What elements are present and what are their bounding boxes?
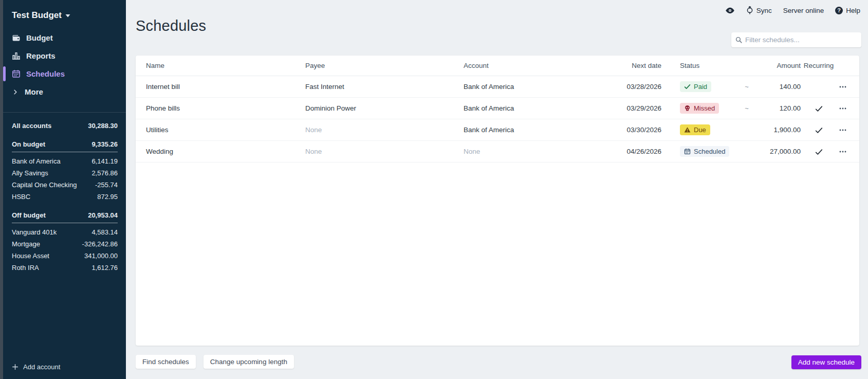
column-header-next-date[interactable]: Next date: [595, 62, 661, 69]
on-budget-header[interactable]: On budget 9,335.26: [12, 138, 118, 152]
schedule-status: Missed: [661, 103, 736, 114]
schedule-payee: None: [305, 126, 464, 134]
row-menu-button[interactable]: [839, 83, 847, 91]
account-row[interactable]: Ally Savings 2,576.86: [12, 167, 118, 179]
schedule-amount: 27,000.00: [757, 148, 801, 155]
off-budget-header[interactable]: Off budget 20,953.04: [12, 209, 118, 223]
account-balance: 872.95: [97, 193, 118, 201]
plus-icon: [12, 364, 19, 370]
column-header-recurring[interactable]: Recurring: [801, 62, 837, 69]
schedule-next-date: 03/30/2026: [595, 126, 661, 134]
schedule-status: Paid: [661, 81, 736, 92]
filter-schedules-input[interactable]: [745, 36, 857, 44]
find-schedules-button[interactable]: Find schedules: [136, 355, 196, 369]
bar-chart-icon: [12, 51, 21, 60]
account-row[interactable]: Bank of America 6,141.19: [12, 155, 118, 167]
account-group-balance: 20,953.04: [88, 211, 118, 219]
privacy-toggle-button[interactable]: [725, 7, 735, 14]
all-accounts-row[interactable]: All accounts 30,288.30: [12, 120, 118, 132]
account-label: Bank of America: [12, 157, 61, 165]
help-button[interactable]: ? Help: [835, 7, 860, 14]
schedule-row[interactable]: Internet bill Fast Internet Bank of Amer…: [136, 76, 859, 98]
schedule-payee: None: [305, 148, 464, 155]
account-balance: 1,612.76: [91, 264, 118, 272]
account-row[interactable]: House Asset 341,000.00: [12, 250, 118, 262]
row-menu-cell: [837, 148, 849, 156]
schedule-account: Bank of America: [464, 126, 595, 134]
sidebar-item-reports[interactable]: Reports: [3, 47, 126, 65]
account-group-label: Off budget: [12, 211, 46, 219]
chevron-right-icon: [12, 87, 19, 96]
sidebar-item-more[interactable]: More: [3, 83, 126, 101]
schedule-name: Phone bills: [146, 104, 305, 112]
account-balance: -326,242.86: [82, 240, 118, 248]
account-label: All accounts: [12, 122, 51, 130]
skull-icon: [684, 105, 691, 112]
main-content: Sync Server online ? Help Schedules Name…: [126, 0, 868, 379]
schedule-row[interactable]: Wedding None None 04/26/2026 Scheduled 2…: [136, 141, 859, 163]
schedule-amount: 140.00: [757, 83, 801, 91]
recurring-check-icon: [815, 105, 822, 112]
schedule-payee: Dominion Power: [305, 104, 464, 112]
column-header-amount[interactable]: Amount: [757, 62, 801, 69]
account-balance: 30,288.30: [88, 122, 118, 130]
account-row[interactable]: Mortgage -326,242.86: [12, 238, 118, 250]
column-header-payee[interactable]: Payee: [305, 62, 464, 69]
column-header-account[interactable]: Account: [464, 62, 595, 69]
recurring-check-icon: [815, 148, 822, 155]
add-new-schedule-button[interactable]: Add new schedule: [791, 355, 861, 369]
schedules-footer: Find schedules Change upcoming length: [136, 355, 868, 369]
add-account-label: Add account: [23, 363, 60, 371]
sidebar-item-schedules[interactable]: Schedules: [3, 65, 126, 83]
row-menu-button[interactable]: [839, 148, 847, 156]
account-label: Ally Savings: [12, 169, 48, 177]
schedule-status: Due: [661, 124, 736, 135]
topbar: Sync Server online ? Help: [126, 0, 868, 15]
schedule-recurring: [801, 148, 837, 155]
account-label: Roth IRA: [12, 264, 39, 272]
row-menu-cell: [837, 126, 849, 134]
sync-button[interactable]: Sync: [746, 6, 772, 14]
budget-switcher[interactable]: Test Budget: [3, 0, 126, 21]
sidebar-item-label: Schedules: [26, 69, 65, 78]
table-header: Name Payee Account Next date Status Amou…: [136, 56, 859, 76]
account-balance: 4,583.14: [91, 228, 118, 236]
status-label: Due: [694, 126, 706, 134]
caret-down-icon: [65, 14, 70, 17]
account-row[interactable]: Roth IRA 1,612.76: [12, 262, 118, 274]
schedule-name: Wedding: [146, 148, 305, 155]
add-account-button[interactable]: Add account: [3, 363, 126, 379]
schedule-amount: 120.00: [757, 104, 801, 112]
status-badge: Due: [680, 124, 710, 135]
schedule-name: Utilities: [146, 126, 305, 134]
sidebar-item-budget[interactable]: Budget: [3, 29, 126, 47]
row-menu-cell: [837, 83, 849, 91]
approx-indicator: ~: [736, 104, 757, 112]
change-upcoming-length-button[interactable]: Change upcoming length: [204, 355, 294, 369]
account-row[interactable]: Capital One Checking -255.74: [12, 179, 118, 191]
schedule-row[interactable]: Phone bills Dominion Power Bank of Ameri…: [136, 98, 859, 119]
schedule-next-date: 03/29/2026: [595, 104, 661, 112]
sync-icon: [746, 6, 753, 14]
column-header-name[interactable]: Name: [146, 62, 305, 69]
status-badge: Scheduled: [680, 146, 729, 157]
schedule-recurring: [801, 127, 837, 134]
schedule-account: None: [464, 148, 595, 155]
wallet-icon: [12, 33, 21, 42]
server-status[interactable]: Server online: [783, 7, 824, 14]
eye-icon: [725, 7, 735, 14]
sidebar-nav: Budget Reports Schedules More: [3, 29, 126, 101]
row-menu-button[interactable]: [839, 126, 847, 134]
account-row[interactable]: Vanguard 401k 4,583.14: [12, 226, 118, 238]
question-circle-icon: ?: [835, 7, 843, 14]
recurring-check-icon: [815, 127, 822, 134]
sidebar-spacer: [3, 274, 126, 363]
column-header-status[interactable]: Status: [661, 62, 736, 69]
schedule-next-date: 04/26/2026: [595, 148, 661, 155]
schedule-row[interactable]: Utilities None Bank of America 03/30/202…: [136, 119, 859, 141]
schedule-name: Internet bill: [146, 83, 305, 91]
account-label: House Asset: [12, 252, 49, 260]
check-icon: [684, 83, 691, 90]
account-row[interactable]: HSBC 872.95: [12, 191, 118, 203]
row-menu-button[interactable]: [839, 104, 847, 113]
